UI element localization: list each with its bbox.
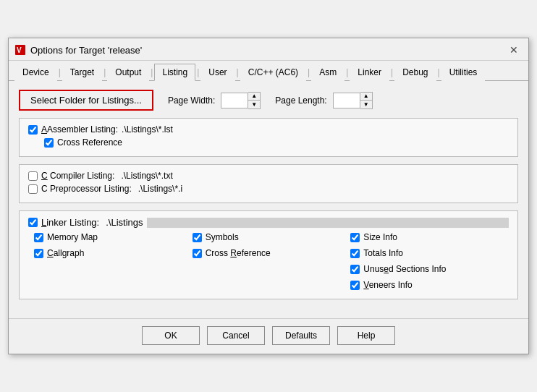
title-bar: V Options for Target 'release' ✕ [9,38,528,61]
tab-sep-5: | [235,64,240,80]
assembler-listing-text: Assembler Listing: [47,124,118,135]
page-width-label: Page Width: [168,95,215,106]
page-width-input[interactable]: 79 [221,93,248,108]
page-width-down-button[interactable]: ▼ [248,101,260,108]
page-length-up-button[interactable]: ▲ [360,93,372,101]
page-length-input[interactable]: 66 [333,93,360,108]
svg-text:V: V [17,46,22,54]
tab-cpp[interactable]: C/C++ (AC6) [240,64,306,81]
tab-sep-2: | [102,64,107,80]
tab-listing[interactable]: Listing [154,64,195,81]
title-bar-left: V Options for Target 'release' [14,44,142,56]
page-width-group: Page Width: 79 ▲ ▼ [168,92,261,109]
symbols-checkbox[interactable] [193,233,202,242]
veneers-info-row: Veneers Info [350,280,509,290]
tab-asm[interactable]: Asm [311,64,344,81]
app-icon: V [14,44,26,56]
dialog-title: Options for Target 'release' [30,45,142,56]
cross-reference-checkbox[interactable] [44,138,54,148]
assembler-section: AAssembler Listing: .\Listings\*.lst Cro… [19,118,518,157]
unused-sections-label[interactable]: Unused Sections Info [363,264,446,274]
cancel-button[interactable]: Cancel [207,326,265,345]
tab-linker[interactable]: Linker [350,64,389,81]
tab-sep-6: | [306,64,311,80]
page-length-down-button[interactable]: ▼ [360,101,372,108]
page-length-spinner: 66 ▲ ▼ [333,92,373,109]
memory-map-label[interactable]: Memory Map [47,232,98,242]
linker-listing-path: .\Listings [106,217,143,228]
linker-cross-ref-row: Cross Reference [193,248,351,258]
linker-listing-label[interactable]: Linker Listing: [41,217,99,228]
callgraph-label[interactable]: Callgraph [47,248,84,258]
c-preprocessor-label[interactable]: C Preprocessor Listing: [41,184,132,194]
bottom-button-bar: OK Cancel Defaults Help [9,318,528,354]
page-width-spinner: 79 ▲ ▼ [221,92,261,109]
linker-options-grid: Memory Map Callgraph Symbols [34,232,509,293]
memory-map-row: Memory Map [34,232,193,242]
page-length-label: Page Length: [275,95,326,106]
symbols-label[interactable]: Symbols [206,232,239,242]
tab-utilities[interactable]: Utilities [441,64,486,81]
c-compiler-text: Compiler Listing: [48,171,115,181]
c-compiler-path: .\Listings\*.txt [121,171,172,181]
c-preprocessor-checkbox[interactable] [28,184,38,194]
linker-section: Linker Listing: .\Listings Memory Map Ca… [19,210,518,299]
c-preprocessor-row: C Preprocessor Listing: .\Listings\*.i [28,184,509,194]
veneers-info-label[interactable]: Veneers Info [363,280,412,290]
unused-sections-checkbox[interactable] [350,265,360,274]
callgraph-row: Callgraph [34,248,193,258]
linker-listing-checkbox[interactable] [28,218,38,227]
totals-info-row: Totals Info [350,248,509,258]
assembler-listing-checkbox[interactable] [28,125,38,135]
tab-sep-3: | [149,64,154,80]
tab-bar: Device | Target | Output | Listing | Use… [9,61,528,81]
symbols-row: Symbols [193,232,351,242]
linker-top-row: Linker Listing: .\Listings [28,217,509,228]
page-width-up-button[interactable]: ▲ [248,93,260,101]
c-preprocessor-path: .\Listings\*.i [138,184,182,194]
callgraph-checkbox[interactable] [34,249,43,258]
linker-cross-reference-checkbox[interactable] [193,249,202,258]
unused-sections-row: Unused Sections Info [350,264,509,274]
help-button[interactable]: Help [337,326,395,345]
memory-map-checkbox[interactable] [34,233,43,242]
linker-col-1: Memory Map Callgraph [34,232,193,293]
linker-path-display [147,218,509,228]
size-info-row: Size Info [350,232,509,242]
cross-reference-row: Cross Reference [44,137,509,148]
linker-cross-reference-label[interactable]: Cross Reference [206,248,271,258]
linker-col-3: Size Info Totals Info Unused Sections In… [350,232,509,293]
totals-info-checkbox[interactable] [350,249,360,258]
tab-sep-8: | [389,64,394,80]
cross-reference-label[interactable]: Cross Reference [57,137,122,148]
compiler-section: C Compiler Listing: .\Listings\*.txt C P… [19,164,518,203]
tab-sep-4: | [195,64,200,80]
select-folder-button[interactable]: Select Folder for Listings... [19,90,153,111]
tab-user[interactable]: User [200,64,234,81]
assembler-listing-label[interactable]: AAssembler Listing: [41,124,118,135]
tab-sep-1: | [57,64,62,80]
tab-output[interactable]: Output [107,64,149,81]
size-info-checkbox[interactable] [350,233,360,242]
tab-target[interactable]: Target [62,64,102,81]
c-compiler-label[interactable]: C Compiler Listing: [41,171,114,181]
c-compiler-checkbox[interactable] [28,171,38,181]
tab-sep-7: | [344,64,350,80]
linker-col-2: Symbols Cross Reference [193,232,351,293]
dialog-window: V Options for Target 'release' ✕ Device … [8,38,529,354]
size-info-label[interactable]: Size Info [363,232,397,242]
page-width-spinner-btns: ▲ ▼ [248,92,261,109]
veneers-info-checkbox[interactable] [350,281,360,290]
top-row: Select Folder for Listings... Page Width… [19,90,518,111]
tab-sep-9: | [436,64,441,80]
assembler-listing-row: AAssembler Listing: .\Listings\*.lst [28,124,509,135]
page-length-spinner-btns: ▲ ▼ [360,92,373,109]
content-area: Select Folder for Listings... Page Width… [9,81,528,315]
totals-info-label[interactable]: Totals Info [363,248,403,258]
close-button[interactable]: ✕ [507,43,521,57]
page-length-group: Page Length: 66 ▲ ▼ [275,92,372,109]
tab-debug[interactable]: Debug [394,64,436,81]
tab-device[interactable]: Device [14,64,57,81]
defaults-button[interactable]: Defaults [272,326,330,345]
ok-button[interactable]: OK [142,326,200,345]
